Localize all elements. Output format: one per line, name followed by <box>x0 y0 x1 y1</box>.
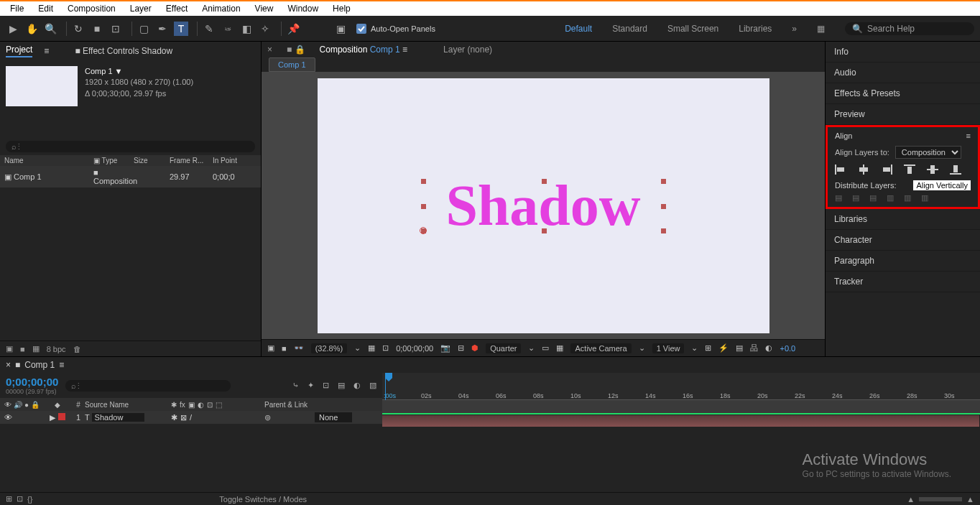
selection-handle[interactable] <box>661 228 666 233</box>
project-row-comp1[interactable]: ▣ Comp 1 ■ Composition 29.97 0;00;0 <box>0 166 261 187</box>
curly-icon[interactable]: {} <box>27 495 32 504</box>
time-display[interactable]: 0;00;00;00 <box>396 344 433 353</box>
layer-shy-switch[interactable]: ✱ <box>171 413 177 422</box>
viewer-comp-tab[interactable]: Composition Comp 1 ≡ <box>320 45 407 55</box>
workspace-default[interactable]: Default <box>565 24 592 34</box>
col-type[interactable]: ▣ Type <box>83 157 134 165</box>
chevron-down-icon[interactable]: ⌄ <box>691 343 698 353</box>
selection-handle[interactable] <box>421 179 426 184</box>
search-help-input[interactable]: 🔍 Search Help <box>845 22 974 35</box>
switches-shy-icon[interactable]: ✱ <box>171 401 177 409</box>
align-bottom-icon[interactable] <box>950 165 963 176</box>
view-dropdown[interactable]: 1 View <box>652 343 685 353</box>
menu-view[interactable]: View <box>248 2 281 15</box>
zoom-dropdown[interactable]: (32.8%) <box>311 343 348 353</box>
interpret-icon[interactable]: ▣ <box>6 344 13 353</box>
menu-animation[interactable]: Animation <box>195 2 247 15</box>
effect-controls-tab[interactable]: ■ Effect Controls Shadow <box>75 46 172 56</box>
zoom-tool-icon[interactable]: 🔍 <box>43 22 57 36</box>
selection-handle[interactable] <box>542 179 547 184</box>
panel-icon[interactable]: ▣ <box>333 22 348 36</box>
video-icon[interactable]: 👁 <box>4 401 11 409</box>
flowchart-icon[interactable]: 品 <box>750 343 758 353</box>
timeline-tab-menu-icon[interactable]: ≡ <box>59 360 64 370</box>
layer-twirl-icon[interactable]: ▶ <box>50 413 55 422</box>
comp-subtab[interactable]: Comp 1 <box>269 57 315 72</box>
trash-icon[interactable]: 🗑 <box>73 345 81 353</box>
transparency-icon[interactable]: ▦ <box>556 343 563 353</box>
timeline-icon[interactable]: ▤ <box>736 343 743 353</box>
project-tab-menu-icon[interactable]: ≡ <box>44 46 49 56</box>
selection-handle[interactable] <box>661 204 666 209</box>
selection-handle[interactable] <box>542 228 547 233</box>
panel-info[interactable]: Info <box>826 42 980 62</box>
chevron-down-icon[interactable]: ⌄ <box>354 343 361 353</box>
fast-preview-icon[interactable]: ⚡ <box>718 343 729 353</box>
frame-icon[interactable]: ⊡ <box>17 494 23 504</box>
menu-effect[interactable]: Effect <box>159 2 195 15</box>
workspace-overflow-icon[interactable]: » <box>792 24 797 34</box>
camera-dropdown[interactable]: Active Camera <box>570 343 631 353</box>
timeline-ruler[interactable]: :00s 02s 04s 06s 08s 10s 12s 14s 16s 18s… <box>382 373 980 427</box>
timeline-tab-comp1[interactable]: Comp 1 <box>24 360 55 370</box>
panel-libraries[interactable]: Libraries <box>826 209 980 230</box>
menu-window[interactable]: Window <box>280 2 325 15</box>
switches-3d-icon[interactable]: ⬚ <box>216 401 222 409</box>
glasses-icon[interactable]: 👓 <box>294 343 304 353</box>
switches-fx-icon[interactable]: fx <box>180 401 185 409</box>
text-tool-icon[interactable]: T <box>174 22 188 36</box>
graph-editor-icon[interactable]: ▧ <box>369 381 376 390</box>
toggle-switches-button[interactable]: Toggle Switches / Modes <box>219 495 307 504</box>
menu-file[interactable]: File <box>3 2 31 15</box>
shape-tool-icon[interactable]: ▢ <box>137 22 151 36</box>
selection-handle[interactable] <box>661 179 666 184</box>
exposure-value[interactable]: +0.0 <box>780 344 795 353</box>
layer-fx-switch[interactable]: / <box>190 413 192 422</box>
comp-name-label[interactable]: Comp 1 ▼ <box>85 66 193 77</box>
switches-collapse-icon[interactable]: ▣ <box>188 401 195 409</box>
menu-edit[interactable]: Edit <box>31 2 60 15</box>
panel-character[interactable]: Character <box>826 230 980 251</box>
col-size[interactable]: Size <box>134 157 170 165</box>
workspace-standard[interactable]: Standard <box>612 24 647 34</box>
bpc-label[interactable]: 8 bpc <box>47 345 66 353</box>
project-search-input[interactable]: ⌕⁝ <box>6 141 255 152</box>
brush-tool-icon[interactable]: ✎ <box>202 22 216 36</box>
rotate-tool-icon[interactable]: ↻ <box>71 22 85 36</box>
layer-name[interactable]: T Shadow <box>85 413 171 422</box>
resolution-icon[interactable]: ■ <box>282 344 287 353</box>
pan-behind-tool-icon[interactable]: ⊡ <box>108 22 123 36</box>
zoom-in-icon[interactable]: ▲ <box>966 495 974 504</box>
selection-tool-icon[interactable]: ▶ <box>6 22 20 36</box>
draft3d-icon[interactable]: ✦ <box>308 381 314 390</box>
layer-visibility-icon[interactable]: 👁 <box>4 413 12 422</box>
roi-icon[interactable]: ▭ <box>542 343 549 353</box>
panel-tracker[interactable]: Tracker <box>826 272 980 292</box>
align-top-icon[interactable] <box>904 165 917 176</box>
parent-header[interactable]: Parent & Link <box>264 401 315 409</box>
selection-handle[interactable] <box>421 204 426 209</box>
frame-blend-icon[interactable]: ▤ <box>338 381 345 390</box>
align-target-dropdown[interactable]: Composition <box>895 146 961 159</box>
num-header[interactable]: # <box>72 401 85 409</box>
hand-tool-icon[interactable]: ✋ <box>24 22 39 36</box>
align-hcenter-icon[interactable] <box>858 165 871 176</box>
camera-tool-icon[interactable]: ■ <box>90 22 104 36</box>
comp-mini-flowchart-icon[interactable]: ⤷ <box>292 381 299 390</box>
panel-audio[interactable]: Audio <box>826 62 980 83</box>
timeline-layer-row[interactable]: 👁 ▶ 1 T Shadow ✱ ⊠ / ⊚ None <box>0 411 382 424</box>
layer-quality-switch[interactable]: ⊠ <box>180 413 187 422</box>
clone-tool-icon[interactable]: ⎃ <box>221 22 235 36</box>
roto-tool-icon[interactable]: ✧ <box>258 22 272 36</box>
project-tab[interactable]: Project <box>6 45 32 57</box>
shy-icon[interactable]: ⊡ <box>323 381 329 390</box>
chevron-down-icon[interactable]: ⌄ <box>528 343 535 353</box>
panel-effects-presets[interactable]: Effects & Presets <box>826 83 980 104</box>
col-framerate[interactable]: Frame R... <box>170 157 213 165</box>
layer-bar[interactable] <box>382 414 980 427</box>
quality-dropdown[interactable]: Quarter <box>486 343 521 353</box>
viewer-close-icon[interactable]: × <box>267 45 272 55</box>
motion-blur-icon[interactable]: ◐ <box>353 381 361 390</box>
eraser-tool-icon[interactable]: ◧ <box>239 22 254 36</box>
switches-quality-icon[interactable]: ◐ <box>198 401 204 409</box>
